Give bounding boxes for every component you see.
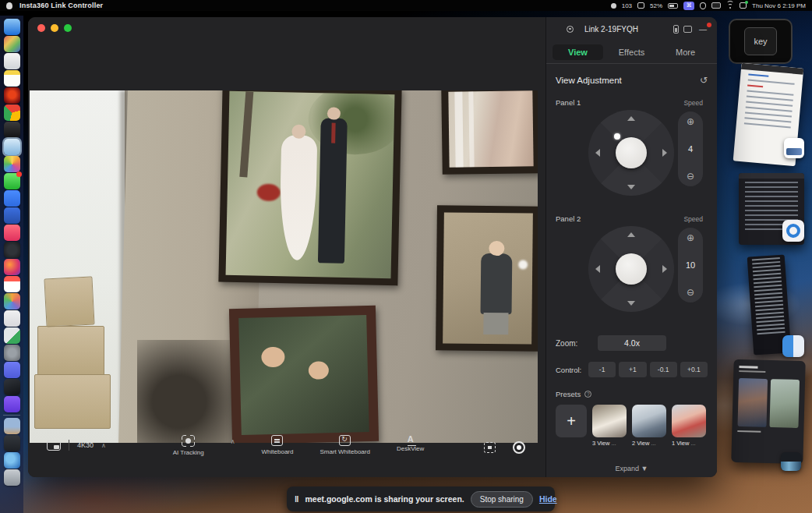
pip-icon[interactable] [47, 440, 61, 451]
screen-switch-icon[interactable] [683, 26, 692, 33]
expand-toggle[interactable]: Expand ▼ [546, 465, 717, 472]
media-app-icon[interactable] [781, 452, 801, 471]
menubar-counter[interactable]: 103 [622, 2, 632, 9]
battery-percent[interactable]: 52% [650, 2, 662, 9]
quicktime-app-icon[interactable] [782, 220, 804, 242]
finder-app-icon[interactable] [782, 335, 804, 357]
joystick-down-icon[interactable] [627, 301, 635, 306]
dock-item-white-app[interactable] [4, 310, 20, 327]
stage-window-media[interactable] [731, 359, 805, 464]
wifi-icon[interactable] [726, 2, 734, 9]
speed-increase-icon[interactable]: ⊕ [687, 233, 694, 242]
dock-item-music[interactable] [4, 225, 20, 241]
resolution-value[interactable]: 4K30 [77, 441, 94, 449]
preset-thumbnail[interactable] [592, 405, 627, 437]
tab-effects[interactable]: Effects [606, 44, 657, 60]
dock-item-browser-sphere[interactable] [4, 259, 20, 275]
joystick-left-icon[interactable] [595, 265, 600, 273]
dock-item-messages[interactable] [4, 173, 20, 189]
tab-view[interactable]: View [553, 44, 603, 60]
preset-thumbnail[interactable] [632, 405, 666, 437]
lock-icon[interactable] [637, 2, 644, 9]
menubar-app-name[interactable]: Insta360 Link Controller [19, 2, 103, 9]
close-button[interactable] [37, 24, 45, 32]
dock-minimized-window-globe[interactable] [4, 452, 20, 469]
zoom-value-field[interactable]: 4.0x [598, 335, 666, 351]
stage-window-key[interactable]: key [729, 19, 793, 64]
dock-item-zoom[interactable] [4, 190, 20, 207]
joystick-right-icon[interactable] [662, 265, 667, 273]
keyboard-icon[interactable] [711, 2, 721, 9]
joystick-up-icon[interactable] [627, 232, 635, 237]
joystick-center-knob[interactable] [616, 253, 647, 285]
dock-item-calendar[interactable] [4, 276, 20, 292]
menubar-clock[interactable]: Thu Nov 6 2:19 PM [752, 2, 806, 9]
dock-item-obs[interactable] [4, 242, 20, 258]
location-icon[interactable] [611, 3, 616, 9]
apple-logo-icon[interactable] [6, 2, 12, 9]
screen-mirroring-icon[interactable] [740, 2, 747, 9]
dock-item-media-colorful[interactable] [4, 293, 20, 310]
preset-2-view[interactable]: 2 View... [632, 405, 666, 447]
fullscreen-button[interactable] [64, 24, 72, 32]
info-icon[interactable]: ? [584, 391, 591, 398]
joystick-right-icon[interactable] [662, 149, 667, 157]
speed-decrease-icon[interactable]: ⊖ [687, 288, 694, 297]
tab-more[interactable]: More [660, 44, 711, 60]
dock-item-discord[interactable] [4, 362, 20, 378]
add-preset-button[interactable]: + [556, 405, 587, 437]
shield-icon[interactable] [700, 2, 706, 9]
preset-1-view[interactable]: 1 View... [672, 405, 706, 447]
dock-item-mail-utility[interactable] [4, 53, 20, 69]
joystick-up-icon[interactable] [627, 116, 635, 121]
speed-increase-icon[interactable]: ⊕ [687, 117, 694, 126]
dock-item-iphone-mirroring[interactable] [4, 379, 20, 395]
preset-more-icon[interactable]: ... [690, 440, 695, 447]
joystick-left-icon[interactable] [595, 149, 600, 157]
frame-lock-icon[interactable] [484, 442, 496, 453]
panel1-joystick[interactable] [588, 110, 674, 196]
dock-minimized-window-dark[interactable] [4, 435, 20, 451]
zoom-minus-1-button[interactable]: -1 [588, 362, 616, 377]
hide-link[interactable]: Hide [539, 494, 557, 504]
resolution-caret-icon[interactable]: ∧ [101, 442, 106, 449]
ai-tracking-button[interactable]: AI Tracking [173, 435, 204, 456]
dock-item-finder[interactable] [4, 19, 20, 35]
preset-more-icon[interactable]: ... [611, 440, 616, 447]
dock-item-blue-utility[interactable] [4, 207, 20, 224]
camera-preview-zone: 4K30 ∧ AI Tracking ∧ Whiteboard [28, 17, 545, 477]
joystick-center-knob[interactable] [616, 137, 647, 168]
dock-item-launchpad[interactable] [4, 36, 20, 52]
joystick-down-icon[interactable] [627, 185, 635, 189]
dock-item-chrome[interactable] [4, 104, 20, 121]
dock-item-star-purple[interactable] [4, 396, 20, 412]
input-source-icon[interactable]: ⌘ [683, 2, 694, 10]
smart-whiteboard-button[interactable]: Smart Whiteboard [320, 435, 369, 456]
minimize-button[interactable] [51, 24, 58, 32]
stop-sharing-button[interactable]: Stop sharing [471, 491, 533, 508]
dock-item-settings-dark[interactable] [4, 122, 20, 138]
ai-tracking-caret[interactable]: ∧ [231, 435, 235, 456]
speed-decrease-icon[interactable]: ⊖ [687, 172, 694, 181]
deskview-button[interactable]: A DeskView [397, 435, 424, 456]
panel2-joystick[interactable] [588, 226, 674, 312]
zoom-minus-0-1-button[interactable]: -0.1 [650, 362, 677, 377]
dock-minimized-window-landscape[interactable] [4, 418, 20, 434]
preset-more-icon[interactable]: ... [651, 440, 655, 447]
preset-thumbnail[interactable] [672, 405, 706, 437]
dock-item-editor-green[interactable] [4, 327, 20, 344]
dock-item-photos[interactable] [4, 156, 20, 172]
preset-3-view[interactable]: 3 View... [592, 405, 627, 447]
dock-item-photo-booth[interactable] [4, 87, 20, 104]
preview-app-icon[interactable] [784, 138, 804, 158]
record-button[interactable] [513, 441, 525, 454]
dock-item-insta360-link-controller[interactable] [4, 139, 20, 155]
more-menu-icon[interactable]: — [697, 25, 709, 34]
dock-item-notes[interactable] [4, 70, 20, 87]
dock-item-globe-gray[interactable] [4, 345, 20, 361]
whiteboard-button[interactable]: Whiteboard [262, 435, 294, 456]
zoom-plus-0-1-button[interactable]: +0.1 [680, 362, 708, 377]
reset-icon[interactable]: ↺ [700, 75, 708, 86]
zoom-plus-1-button[interactable]: +1 [619, 362, 646, 377]
dock-item-trash[interactable] [4, 469, 20, 486]
